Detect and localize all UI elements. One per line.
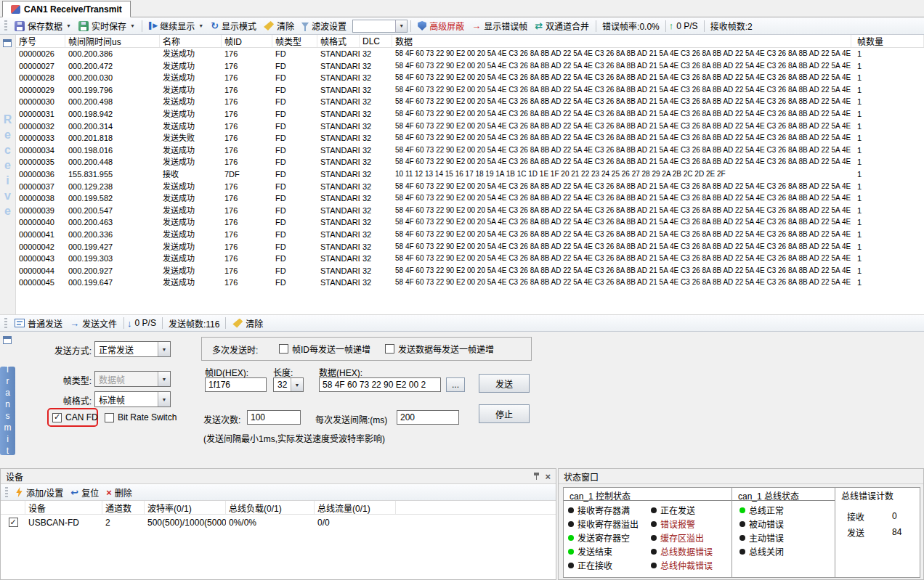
delete-button[interactable]: × 删除 [102,485,136,500]
rx-col-header-name[interactable]: 名称 [160,35,222,47]
chevron-down-icon[interactable]: ▼ [291,378,303,391]
window-restore-icon[interactable] [3,39,12,47]
close-icon[interactable]: × [545,472,551,481]
device-col-channels[interactable]: 通道数 [102,501,145,514]
chevron-down-icon[interactable]: ▼ [158,392,170,407]
rx-table-row[interactable]: 00000028000.200.030发送成功176FDSTANDARD3258… [16,72,924,84]
show-error-frames-button[interactable]: → 显示错误帧 [468,18,531,33]
rx-col-header-interval[interactable]: 帧间隔时间us [65,35,160,47]
more-data-button[interactable]: ... [446,377,465,392]
rx-table-row[interactable]: 00000029000.199.796发送成功176FDSTANDARD3258… [16,84,924,97]
chevron-down-icon[interactable]: ▼ [395,20,407,32]
toolbar-grip[interactable] [4,20,7,31]
normal-send-button[interactable]: 普通发送 [11,316,66,331]
rx-col-header-type[interactable]: 帧类型 [272,35,317,47]
display-mode-button[interactable]: ↻ 显示模式 [207,18,260,33]
chevron-down-icon[interactable]: ▼ [130,23,135,28]
rx-table-row[interactable]: 00000027000.200.472发送成功176FDSTANDARD3258… [16,60,924,73]
device-col-flow[interactable]: 总线流量(0/1) [315,501,396,514]
send-button[interactable]: 发送 [479,374,530,393]
rx-table-row[interactable]: 00000026000.200.386发送成功176FDSTANDARD3258… [16,48,924,60]
length-select[interactable]: 32 ▼ [273,377,304,392]
rx-table-row[interactable]: 00000035000.200.448发送成功176FDSTANDARD3258… [16,156,924,168]
brs-checkbox[interactable] [105,413,114,422]
rx-cell-type: FD [272,132,317,144]
device-table-row[interactable]: USBCAN-FD 2 500(500)/1000(5000) 0%/0% 0/… [1,515,556,530]
filter-settings-button[interactable]: 滤波设置 [298,18,350,33]
frame-type-select[interactable]: 数据帧 ▼ [94,371,171,387]
pin-icon[interactable] [533,472,540,481]
rx-col-header-format[interactable]: 帧格式 [317,35,360,47]
canfd-checkbox[interactable] [52,413,62,422]
rx-table-row[interactable]: 00000041000.200.336发送成功176FDSTANDARD3258… [16,229,924,241]
frame-format-select[interactable]: 标准帧 ▼ [94,391,171,407]
clear-button[interactable]: 清除 [260,18,298,33]
toolbar-grip[interactable] [5,487,8,498]
rx-cell-name: 发送成功 [160,192,222,205]
rx-table-row[interactable]: 00000034000.198.016发送成功176FDSTANDARD3258… [16,144,924,157]
stop-button[interactable]: 停止 [479,404,530,423]
status-item: 总线正常 [739,503,784,517]
rx-table-row[interactable]: 00000040000.200.463发送成功176FDSTANDARD3258… [16,216,924,229]
rx-table-row[interactable]: 00000044000.200.927发送成功176FDSTANDARD3258… [16,265,924,277]
device-col-baud[interactable]: 波特率(0/1) [145,501,226,514]
rx-table-row[interactable]: 00000031000.198.942发送成功176FDSTANDARD3258… [16,108,924,121]
reset-button[interactable]: ↩ 复位 [67,485,102,500]
rx-col-header-seq[interactable]: 序号 [16,35,65,47]
receive-vertical-tab[interactable]: Receive [1,113,15,220]
rx-table-row[interactable]: 00000037000.129.238发送成功176FDSTANDARD3258… [16,181,924,193]
rx-table-row[interactable]: 00000033000.201.818发送失败176FDSTANDARD3258… [16,132,924,144]
tab-can1-receive-transmit[interactable]: CAN1 Receive/Transmit [2,1,131,17]
send-file-button[interactable]: → 发送文件 [66,316,121,331]
transmit-clear-button[interactable]: 清除 [229,316,267,331]
filter-combo[interactable]: ▼ [352,20,408,33]
rx-table-row[interactable]: 00000036155.831.955接收7DFFDSTANDARD3210 1… [16,168,924,181]
id-increase-checkbox[interactable] [279,344,288,354]
rx-table-row[interactable]: 00000042000.199.427发送成功176FDSTANDARD3258… [16,241,924,253]
status-item: 发送结束 [568,544,639,558]
save-data-button[interactable]: 保存数据 ▼ [11,18,75,33]
transmit-toolbar: 普通发送 → 发送文件 ↓ 0 P/S 发送帧数:116 清除 [0,314,924,332]
advanced-mask-button[interactable]: 高级屏蔽 [414,18,468,33]
rx-table-row[interactable]: 00000038000.199.582发送成功176FDSTANDARD3258… [16,192,924,205]
realtime-save-button[interactable]: 实时保存 ▼ [75,18,139,33]
add-settings-button[interactable]: 添加/设置 [12,485,67,500]
frame-id-input[interactable] [205,377,267,392]
send-mode-select[interactable]: 正常发送 ▼ [94,341,171,357]
chevron-down-icon[interactable]: ▼ [158,372,170,386]
chevron-down-icon[interactable]: ▼ [158,342,170,356]
brs-checkbox-row[interactable]: Bit Rate Switch [105,412,177,422]
data-increase-checkbox[interactable] [385,344,394,354]
transmit-vertical-tab[interactable]: Transmit [0,367,15,455]
separator [225,317,226,329]
chevron-down-icon[interactable]: ▼ [198,23,203,28]
rx-table-row[interactable]: 00000032000.200.314发送成功176FDSTANDARD3258… [16,121,924,133]
chevron-down-icon[interactable]: ▼ [66,23,71,28]
rx-table-row[interactable]: 00000043000.199.303发送成功176FDSTANDARD3258… [16,253,924,265]
rx-col-header-count[interactable]: 帧数量 [851,35,924,47]
rx-cell-format: STANDARD [317,132,360,144]
rx-col-header-id[interactable]: 帧ID [222,35,272,47]
id-increase-checkbox-row[interactable]: 帧ID每发送一帧递增 [279,343,370,355]
rx-col-header-dlc[interactable]: DLC [360,35,392,47]
dual-channel-merge-button[interactable]: ⇄ 双通道合并 [531,18,593,33]
rx-table-row[interactable]: 00000039000.200.547发送成功176FDSTANDARD3258… [16,205,924,217]
data-hex-input[interactable] [319,377,441,392]
advanced-mask-label: 高级屏蔽 [429,20,464,32]
device-checkbox[interactable] [9,518,18,527]
rx-cell-id: 176 [222,72,272,84]
rx-cell-dlc: 32 [360,241,392,253]
data-increase-checkbox-row[interactable]: 发送数据每发送一帧递增 [385,343,494,355]
send-times-input[interactable] [247,410,301,425]
rx-col-header-data[interactable]: 数据 [392,35,851,47]
window-restore-icon[interactable] [3,336,12,344]
canfd-checkbox-row[interactable]: CAN FD [52,412,98,422]
rx-table-row[interactable]: 00000045000.199.647发送成功176FDSTANDARD3258… [16,277,924,289]
device-col-load[interactable]: 总线负载(0/1) [226,501,315,514]
toolbar-grip[interactable] [4,318,7,329]
continue-display-button[interactable]: ▌▶ 继续显示 ▼ [145,18,207,33]
device-col-device[interactable]: 设备 [25,501,102,514]
status-item: 主动错误 [739,531,784,544]
interval-input[interactable] [397,410,459,425]
rx-table-row[interactable]: 00000030000.200.498发送成功176FDSTANDARD3258… [16,96,924,108]
